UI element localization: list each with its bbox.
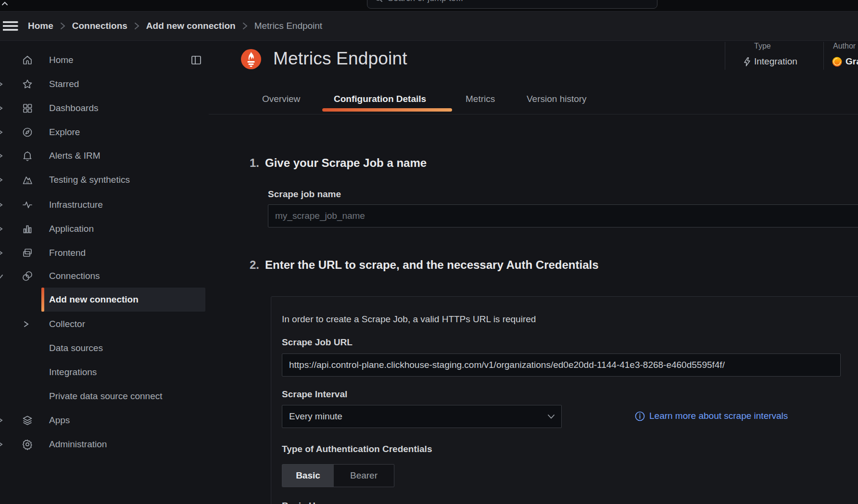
sidebar-item-starred[interactable]: Starred (0, 74, 209, 95)
step1-number: 1. (250, 156, 259, 169)
step2-number: 2. (250, 258, 259, 271)
info-icon (635, 411, 645, 421)
type-label: Type (754, 42, 771, 50)
chevron-right-icon (0, 226, 3, 232)
scrape-interval-value: Every minute (289, 411, 342, 422)
bolt-icon (744, 57, 751, 66)
search-icon (374, 0, 383, 2)
dashboards-icon (21, 102, 34, 114)
header-divider (725, 42, 725, 70)
type-value: Integration (744, 56, 797, 67)
grafana-logo-icon (832, 57, 842, 67)
k6-mountain-icon: k6 (21, 174, 34, 186)
scrape-job-url-input[interactable] (282, 353, 841, 377)
top-bar: Search or jump to... (0, 0, 858, 12)
chevron-down-icon (548, 415, 555, 419)
star-icon (21, 78, 34, 90)
chevron-right-icon (23, 321, 29, 328)
chevron-right-icon (0, 202, 3, 208)
sidebar-item-collector[interactable]: Collector (0, 314, 209, 335)
sidebar-item-connections[interactable]: Connections (0, 265, 209, 287)
chevron-right-icon (0, 81, 3, 88)
breadcrumb-connections[interactable]: Connections (72, 21, 127, 31)
breadcrumb-home[interactable]: Home (28, 21, 53, 31)
gear-icon (21, 438, 34, 451)
sidebar-item-infrastructure[interactable]: Infrastructure (0, 194, 209, 215)
chevron-right-icon (242, 22, 248, 30)
breadcrumb-add-new-connection[interactable]: Add new connection (146, 21, 236, 31)
prometheus-icon (240, 49, 262, 70)
breadcrumb: Home Connections Add new connection Metr… (28, 12, 322, 40)
chevron-right-icon (0, 441, 3, 448)
scrape-job-name-label: Scrape job name (268, 189, 341, 200)
chevron-right-icon (0, 152, 3, 159)
bell-icon (21, 150, 34, 162)
sidebar-nav: Home Starred Dashboards Explore Alerts &… (0, 41, 209, 504)
chevron-right-icon (0, 417, 3, 424)
chevron-down-icon (0, 273, 3, 279)
breadcrumb-current-page: Metrics Endpoint (254, 21, 323, 31)
main-content: Metrics Endpoint Type Integration Author… (209, 41, 858, 504)
chevron-right-icon (60, 22, 65, 30)
menu-icon[interactable] (3, 20, 19, 32)
basic-username-label: Basic Username (282, 501, 353, 504)
chevron-right-icon (134, 22, 139, 30)
sidebar-item-explore[interactable]: Explore (0, 122, 209, 143)
sidebar-item-alerts-irm[interactable]: Alerts & IRM (0, 145, 209, 166)
sidebar-item-frontend[interactable]: Frontend (0, 242, 209, 264)
scrape-intervals-learn-more-link[interactable]: Learn more about scrape intervals (635, 411, 788, 421)
sidebar-item-integrations[interactable]: Integrations (0, 362, 209, 383)
tab-version-history[interactable]: Version history (527, 94, 587, 104)
auth-type-label: Type of Authentication Credentials (282, 444, 432, 454)
chevron-up-icon (1, 0, 9, 8)
tab-overview[interactable]: Overview (262, 94, 300, 104)
chevron-right-icon (0, 105, 3, 112)
page-title: Metrics Endpoint (273, 49, 407, 69)
active-tab-indicator (322, 108, 452, 112)
auth-type-radio-group: Basic Bearer (282, 464, 394, 487)
tab-bar-border (209, 114, 858, 114)
layers-icon (21, 414, 34, 427)
collapse-panel-icon[interactable] (191, 55, 202, 65)
compass-icon (21, 126, 34, 139)
sidebar-item-add-new-connection[interactable]: Add new connection (41, 288, 205, 312)
author-label: Author (833, 42, 856, 50)
chevron-right-icon (0, 176, 3, 183)
chevron-right-icon (0, 250, 3, 256)
search-placeholder: Search or jump to... (388, 0, 463, 3)
panel-note: In order to create a Scrape Job, a valid… (282, 314, 536, 325)
chevron-right-icon (0, 129, 3, 136)
tab-metrics[interactable]: Metrics (466, 94, 495, 104)
sidebar-item-data-sources[interactable]: Data sources (0, 338, 209, 359)
tab-configuration-details[interactable]: Configuration Details (334, 94, 426, 104)
header-divider (823, 42, 824, 70)
activity-pulse-icon (21, 199, 34, 211)
step1-heading: 1.Give your Scrape Job a name (250, 156, 427, 170)
auth-option-basic[interactable]: Basic (282, 465, 334, 487)
step2-heading: 2.Enter the URL to scrape, and the neces… (250, 258, 599, 272)
search-input[interactable]: Search or jump to... (367, 0, 657, 9)
home-icon (21, 54, 34, 66)
bar-chart-icon (21, 223, 34, 235)
svg-text:k6: k6 (26, 181, 29, 184)
breadcrumb-bar: Home Connections Add new connection Metr… (0, 12, 858, 41)
sidebar-item-dashboards[interactable]: Dashboards (0, 98, 209, 119)
scrape-job-name-input[interactable] (268, 204, 858, 227)
auth-option-bearer[interactable]: Bearer (334, 465, 394, 487)
sidebar-item-home[interactable]: Home (0, 50, 209, 71)
connections-rings-icon (21, 270, 34, 282)
sidebar-item-private-data-source-connect[interactable]: Private data source connect (0, 386, 209, 407)
frontend-windows-icon (21, 247, 34, 259)
sidebar-item-administration[interactable]: Administration (0, 434, 209, 455)
scrape-interval-label: Scrape Interval (282, 389, 347, 400)
active-indicator-bar (41, 288, 44, 312)
sidebar-item-application[interactable]: Application (0, 218, 209, 239)
author-value: Grafana (832, 56, 858, 67)
tab-bar: Overview Configuration Details Metrics V… (209, 87, 858, 115)
scrape-interval-select[interactable]: Every minute (282, 405, 562, 428)
sidebar-item-testing-synthetics[interactable]: k6 Testing & synthetics (0, 169, 209, 190)
sidebar-item-apps[interactable]: Apps (0, 410, 209, 431)
scrape-job-url-label: Scrape Job URL (282, 337, 353, 348)
scrape-config-panel: In order to create a Scrape Job, a valid… (271, 296, 858, 504)
